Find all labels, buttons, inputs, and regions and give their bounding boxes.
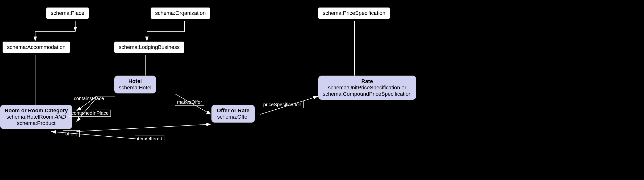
svg-line-12 [76, 124, 211, 132]
node-room-subtitle: schema:HotelRoom ANDschema:Product [4, 114, 68, 126]
node-price-specification: schema:PriceSpecification [318, 7, 390, 19]
node-hotel-title: Hotel [119, 78, 152, 84]
node-price-specification-label: schema:PriceSpecification [323, 10, 386, 16]
node-offer-or-rate: Offer or Rate schema:Offer [211, 105, 255, 123]
edge-label-contained-in-place: containedInPlace [69, 110, 111, 117]
node-accommodation: schema:Accommodation [2, 41, 70, 53]
node-lodging-business-label: schema:LodgingBusiness [119, 44, 180, 50]
node-room-title: Room or Room Category [4, 107, 68, 114]
node-place: schema:Place [46, 7, 89, 19]
node-hotel-subtitle: schema:Hotel [119, 84, 152, 91]
node-accommodation-label: schema:Accommodation [7, 44, 66, 50]
node-rate: Rate schema:UnitPriceSpecification orsch… [318, 75, 416, 100]
node-organization-label: schema:Organization [155, 10, 206, 16]
node-offer-title: Offer or Rate [216, 107, 250, 114]
node-place-label: schema:Place [51, 10, 84, 16]
node-hotel: Hotel schema:Hotel [114, 75, 156, 94]
node-rate-subtitle: schema:UnitPriceSpecification orschema:C… [323, 84, 412, 97]
edge-label-price-specification: priceSpecification [261, 101, 304, 108]
edge-label-offers: offers [63, 130, 80, 137]
node-organization: schema:Organization [150, 7, 210, 19]
node-offer-subtitle: schema:Offer [216, 114, 250, 120]
edge-label-item-offered: itemOffered [135, 135, 164, 142]
edge-label-makes-offer: makesOffer [175, 99, 204, 106]
node-lodging-business: schema:LodgingBusiness [114, 41, 184, 53]
node-rate-title: Rate [323, 78, 412, 84]
node-room-or-category: Room or Room Category schema:HotelRoom A… [0, 105, 72, 129]
edge-label-contains-place: containsPlace [72, 95, 106, 102]
